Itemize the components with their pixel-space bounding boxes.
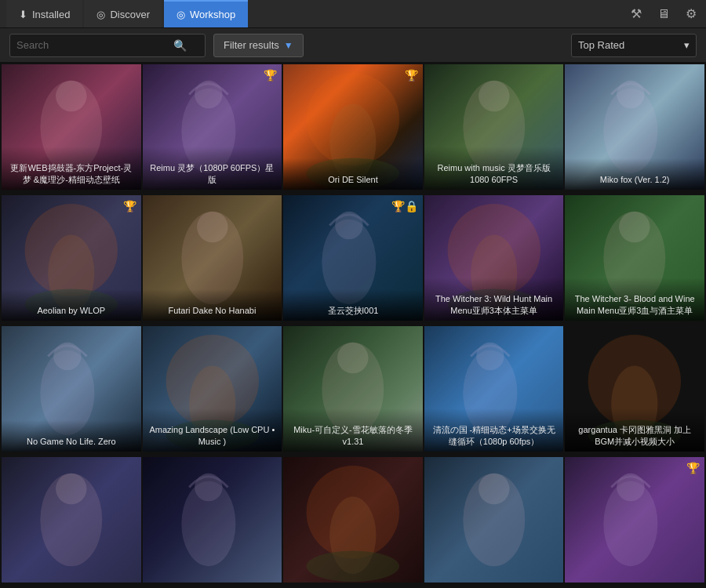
grid-item-14[interactable]: 清流の国 -精细动态+场景交换无缝循环（1080p 60fps） [424, 326, 564, 452]
tab-installed[interactable]: ⬇ Installed [6, 0, 82, 27]
installed-icon: ⬇ [19, 9, 27, 20]
nav-tab-list: ⬇ Installed ◎ Discover ◎ Workshop [6, 0, 248, 27]
grid-item-4[interactable]: Reimu with music 灵梦音乐版 1080 60FPS [424, 64, 564, 190]
search-input[interactable] [16, 39, 173, 51]
grid-item-6[interactable]: 🏆Aeolian by WLOP [2, 195, 141, 321]
grid-item-16[interactable] [2, 457, 141, 583]
tab-workshop[interactable]: ◎ Workshop [164, 0, 248, 27]
item-label: gargantua 卡冈图雅黑洞 加上BGM并减小视频大小 [565, 408, 704, 452]
top-navigation: ⬇ Installed ◎ Discover ◎ Workshop ⚒ 🖥 ⚙ [0, 0, 706, 28]
grid-item-2[interactable]: 🏆Reimu 灵梦（1080P 60FPS）星版 [143, 64, 282, 190]
workshop-icon: ◎ [176, 9, 185, 20]
item-badge: 🏆 [123, 200, 136, 212]
grid-item-13[interactable]: Miku-可自定义-雪花敏落的冬季 v1.31 [283, 326, 423, 452]
grid-item-1[interactable]: 更新WEB捣鼓器-东方Project-灵梦 &魔理沙-精细动态壁纸 [2, 64, 141, 190]
item-label: Miko fox (Ver. 1.2) [565, 158, 704, 190]
discover-icon: ◎ [96, 9, 105, 20]
search-box[interactable]: 🔍 [9, 34, 206, 57]
grid-item-8[interactable]: 🏆🔒圣云茭挟l001 [283, 195, 423, 321]
settings-icon[interactable]: ⚙ [682, 3, 700, 24]
filter-results-button[interactable]: Filter results ▼ [213, 34, 304, 57]
grid-item-9[interactable]: The Witcher 3: Wild Hunt Main Menu亚师3本体主… [424, 195, 564, 321]
filter-icon: ▼ [284, 40, 293, 51]
grid-item-7[interactable]: Futari Dake No Hanabi [143, 195, 282, 321]
grid-item-19[interactable] [424, 457, 564, 583]
item-label: 清流の国 -精细动态+场景交换无缝循环（1080p 60fps） [424, 408, 564, 452]
item-label: Futari Dake No Hanabi [143, 289, 282, 321]
tools-icon[interactable]: ⚒ [628, 3, 645, 24]
item-label: The Witcher 3: Wild Hunt Main Menu亚师3本体主… [424, 278, 564, 321]
grid-item-5[interactable]: Miko fox (Ver. 1.2) [565, 64, 704, 190]
grid-item-17[interactable] [143, 457, 282, 583]
item-label: 更新WEB捣鼓器-东方Project-灵梦 &魔理沙-精细动态壁纸 [2, 147, 141, 190]
item-badge: 🏆 [686, 462, 700, 474]
toolbar: 🔍 Filter results ▼ Top Rated ▾ [0, 28, 706, 63]
item-label: 圣云茭挟l001 [283, 289, 423, 321]
monitor-icon[interactable]: 🖥 [654, 4, 673, 24]
search-icon[interactable]: 🔍 [173, 39, 187, 52]
grid-item-18[interactable] [283, 457, 423, 583]
item-label: Ori DE Silent [283, 158, 423, 190]
grid-item-20[interactable]: 🏆 [565, 457, 704, 583]
grid-item-10[interactable]: The Witcher 3- Blood and Wine Main Menu亚… [565, 195, 704, 321]
chevron-down-icon: ▾ [684, 39, 690, 51]
nav-icon-group: ⚒ 🖥 ⚙ [628, 3, 700, 24]
grid-item-15[interactable]: gargantua 卡冈图雅黑洞 加上BGM并减小视频大小 [565, 326, 704, 452]
sort-dropdown[interactable]: Top Rated ▾ [571, 34, 697, 57]
item-label: Reimu 灵梦（1080P 60FPS）星版 [143, 147, 282, 190]
item-label: The Witcher 3- Blood and Wine Main Menu亚… [565, 278, 704, 321]
item-label: Amazing Landscape (Low CPU • Music ) [143, 408, 282, 452]
tab-discover[interactable]: ◎ Discover [84, 0, 162, 27]
item-label: Miku-可自定义-雪花敏落的冬季 v1.31 [283, 408, 423, 452]
grid-item-11[interactable]: No Game No Life. Zero [2, 326, 141, 452]
item-label: No Game No Life. Zero [2, 420, 141, 452]
item-label: Reimu with music 灵梦音乐版 1080 60FPS [424, 147, 564, 190]
grid-item-3[interactable]: 🏆Ori DE Silent [283, 64, 423, 190]
item-label: Aeolian by WLOP [2, 289, 141, 321]
wallpaper-grid: 更新WEB捣鼓器-东方Project-灵梦 &魔理沙-精细动态壁纸 🏆Reimu… [0, 63, 706, 588]
grid-item-12[interactable]: Amazing Landscape (Low CPU • Music ) [143, 326, 282, 452]
item-badge: 🏆 [264, 69, 277, 82]
item-badge: 🏆 [405, 69, 418, 82]
item-badge: 🏆🔒 [391, 200, 418, 212]
